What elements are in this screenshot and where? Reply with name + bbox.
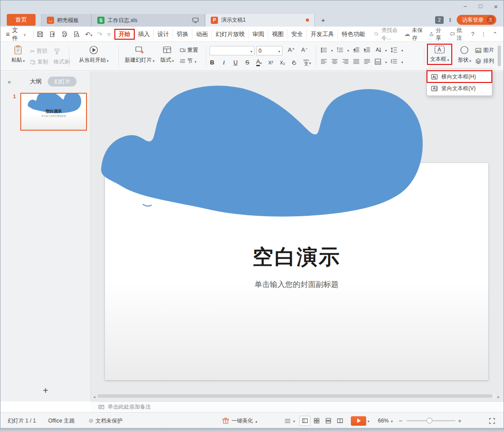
beautify-button[interactable]: 一键美化 [222,413,257,429]
paragraph-spacing-button[interactable] [390,58,398,65]
slide-sorter-button[interactable] [311,416,322,426]
horizontal-scrollbar[interactable] [93,393,499,399]
collapse-panel-icon[interactable] [8,78,11,85]
ribbon-tab-transition[interactable]: 切换 [173,29,192,39]
notes-bar[interactable]: 单击此处添加备注 [91,401,504,412]
font-size-select[interactable]: 0 [256,46,282,55]
cut-button[interactable]: 剪切 [30,47,47,55]
pinyin-guide-button[interactable]: wén文 [300,58,314,67]
tab-worklog-spreadsheet[interactable]: 工作日志.xls [91,14,205,27]
blue-freeform-shape[interactable] [100,83,425,218]
justify-icon[interactable] [353,58,360,65]
reset-slide-button[interactable]: 重置 [180,46,203,54]
play-from-current-button[interactable]: 从当前开始 [73,45,115,64]
align-right-icon[interactable] [342,58,349,65]
zoom-level-button[interactable]: 66% [378,413,393,429]
ribbon-tab-animation[interactable]: 动画 [192,29,212,39]
help-button[interactable]: ? [471,31,474,37]
scrollbar-track[interactable] [97,394,496,398]
strikethrough-button[interactable]: S [242,58,253,67]
numbered-list-button[interactable] [336,46,344,54]
increase-font-icon[interactable] [288,46,295,53]
fit-slide-button[interactable] [489,413,495,429]
menu-item-vertical-textbox[interactable]: 竖向文本框(V) [427,82,492,94]
zoom-in-icon[interactable] [458,413,462,429]
new-slide-button[interactable]: 新建幻灯片 [123,45,156,64]
collapse-ribbon-icon[interactable] [493,31,497,37]
slide-subtitle[interactable]: 单击输入您的封面副标题 [105,279,488,290]
export-icon[interactable] [49,31,56,38]
redo-icon[interactable]: ↷ [97,31,103,38]
ribbon-tab-design[interactable]: 设计 [154,29,173,39]
insert-picture-button[interactable]: 图片 [475,46,498,54]
qat-more-icon[interactable] [108,31,111,37]
ribbon-tab-security[interactable]: 安全 [287,29,307,39]
italic-button[interactable]: I [218,58,229,67]
zoom-out-icon[interactable] [399,413,402,429]
font-name-select[interactable] [209,46,254,55]
print-preview-icon[interactable] [73,31,80,38]
normal-view-button[interactable] [300,416,310,426]
reading-view-button[interactable] [335,416,345,426]
insert-textbox-button[interactable]: 文本框 [427,44,452,64]
slide-layout-button[interactable]: 版式 [157,45,177,64]
subscript-button[interactable]: X₂ [277,58,288,67]
bullet-list-button[interactable] [320,46,327,54]
vertical-align-button[interactable] [374,58,381,65]
file-menu[interactable]: 文件 [0,26,31,42]
ribbon-tab-view[interactable]: 视图 [268,29,287,39]
save-status[interactable]: 未保存 [404,27,423,42]
new-tab-button[interactable] [321,16,325,24]
format-painter-button[interactable]: 格式刷 [54,58,70,66]
protection-status[interactable]: 文档未保护 [89,413,123,429]
menu-item-horizontal-textbox[interactable]: 横向文本框(H) [427,71,492,82]
close-button[interactable] [493,3,499,10]
section-button[interactable]: 节 [180,57,203,65]
increase-indent-icon[interactable] [363,46,371,54]
ribbon-tab-review[interactable]: 审阅 [249,29,268,39]
minimize-button[interactable] [462,3,468,10]
copy-button[interactable]: 复制 [30,58,48,66]
superscript-button[interactable]: X² [265,58,276,67]
scroll-right-icon[interactable] [497,392,499,400]
slide-canvas[interactable]: 空白演示 单击输入您的封面副标题 [91,71,504,401]
tab-outline[interactable]: 大纲 [30,77,41,86]
arrange-button[interactable]: 排列 [475,57,498,65]
decrease-indent-icon[interactable] [353,46,360,54]
slider-knob[interactable] [427,418,432,423]
paste-button[interactable]: 粘贴 [8,45,28,64]
undo-icon[interactable]: ↶ [85,31,92,38]
comment-button[interactable]: 批注 [450,27,465,42]
distribute-icon[interactable] [363,58,371,65]
clear-format-button[interactable] [289,58,300,67]
view-options-button[interactable] [284,413,295,429]
maximize-button[interactable] [477,3,484,10]
window-split-icon[interactable] [449,16,451,24]
notes-page-button[interactable] [323,416,334,426]
align-center-icon[interactable] [331,58,338,65]
bold-button[interactable]: B [207,58,218,67]
ribbon-tab-home[interactable]: 开始 [115,29,134,39]
home-button[interactable]: 首页 [7,14,36,26]
align-left-icon[interactable] [320,58,327,65]
share-button[interactable]: 分享 [429,27,444,42]
scrollbar-thumb[interactable] [97,394,493,398]
command-search[interactable]: 查找命令... [374,27,404,42]
tab-presentation1[interactable]: 演示文稿1 [205,14,315,27]
ribbon-tab-slideshow[interactable]: 幻灯片放映 [212,29,249,39]
font-color-button[interactable]: A [254,58,264,67]
slide-title[interactable]: 空白演示 [105,243,488,271]
screen-cast-icon[interactable] [192,17,199,24]
decrease-font-icon[interactable] [301,47,308,53]
text-direction-button[interactable] [374,46,381,54]
shapes-button[interactable]: 形状 [454,45,474,64]
ribbon-tab-insert[interactable]: 插入 [134,29,154,39]
slideshow-play-button[interactable] [351,416,366,426]
line-spacing-button[interactable] [390,46,398,54]
zoom-slider[interactable] [407,413,455,429]
ribbon-tab-special[interactable]: 特色功能 [338,29,368,39]
tab-docer-templates[interactable]: 稻壳模板 [41,14,91,27]
more-icon[interactable] [481,31,486,37]
theme-button[interactable]: Office 主题 [48,413,74,429]
save-icon[interactable] [36,31,44,38]
